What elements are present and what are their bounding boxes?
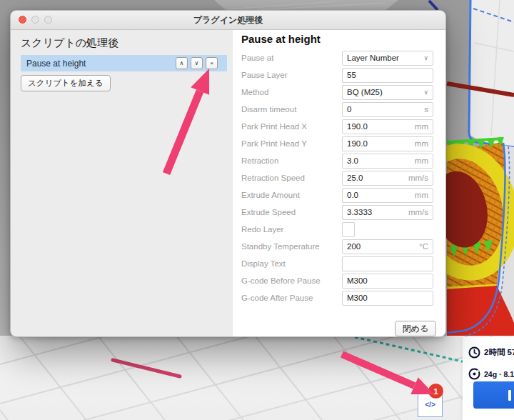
setting-input[interactable]: 3.3333 mm/s — [342, 205, 433, 220]
setting-input[interactable]: 55 — [342, 68, 433, 83]
setting-unit: mm — [415, 154, 428, 168]
close-dialog-button[interactable]: 閉める — [395, 321, 436, 336]
setting-label: Retraction — [241, 156, 342, 165]
settings-row: G-code Before Pause M300 — [241, 272, 434, 289]
setting-value: 3.0 — [347, 154, 358, 168]
setting-label: Disarm timeout — [241, 105, 342, 114]
setting-unit: mm — [415, 189, 428, 202]
close-icon: × — [210, 60, 213, 66]
settings-row: Pause Layer 55 — [241, 66, 434, 84]
settings-row: Retraction Speed 25.0 mm/s — [241, 169, 434, 186]
settings-row: Method BQ (M25) ∨ — [241, 84, 434, 101]
setting-label: Park Print Head Y — [241, 139, 342, 148]
setting-label: Standby Temperature — [241, 242, 342, 251]
add-script-button[interactable]: スクリプトを加える — [21, 75, 111, 91]
move-script-down-button[interactable]: ∨ — [191, 57, 203, 69]
setting-label: Pause Layer — [241, 71, 342, 79]
setting-value: 25.0 — [347, 171, 363, 185]
settings-row: Park Print Head Y 190.0 mm — [241, 135, 434, 152]
setting-value: 55 — [347, 69, 356, 82]
setting-unit: mm — [415, 120, 428, 134]
setting-label: G-code Before Pause — [241, 276, 342, 285]
setting-input[interactable]: 190.0 mm — [342, 136, 433, 151]
settings-row: Standby Temperature 200 °C — [241, 238, 434, 255]
post-processing-dialog: プラグイン処理後 スクリプトの処理後 Pause at height ∧ ∨ ×… — [10, 10, 446, 337]
script-list-item[interactable]: Pause at height ∧ ∨ × — [21, 55, 227, 71]
setting-input[interactable]: 0 s — [342, 102, 433, 117]
setting-label: Extrude Amount — [241, 191, 342, 199]
setting-value: M300 — [347, 291, 368, 305]
print-time: 2時間 57 — [484, 347, 514, 358]
settings-row: Extrude Speed 3.3333 mm/s — [241, 204, 434, 221]
setting-label: Method — [241, 88, 342, 96]
setting-input[interactable]: 190.0 mm — [342, 119, 433, 134]
slice-action-button[interactable] — [473, 381, 514, 409]
setting-value: BQ (M25) — [347, 86, 383, 99]
setting-select[interactable]: BQ (M25) ∨ — [342, 85, 433, 100]
scripts-heading: スクリプトの処理後 — [21, 36, 119, 50]
setting-value: 200 — [347, 240, 361, 254]
setting-label: Display Text — [241, 259, 342, 268]
setting-label: Pause at — [241, 54, 342, 62]
material-usage: 24g · 8.11 — [484, 370, 514, 379]
settings-row: Pause at Layer Number ∨ — [241, 49, 434, 66]
setting-label: Extrude Speed — [241, 208, 342, 216]
settings-row: Display Text — [241, 255, 434, 272]
screen: プラグイン処理後 スクリプトの処理後 Pause at height ∧ ∨ ×… — [0, 0, 514, 420]
setting-unit: mm/s — [408, 171, 428, 185]
chevron-down-icon: ∨ — [195, 60, 199, 66]
clock-icon — [468, 346, 480, 359]
chevron-up-icon: ∧ — [180, 60, 184, 66]
remove-script-button[interactable]: × — [206, 57, 218, 69]
setting-checkbox[interactable] — [342, 222, 355, 237]
settings-row: G-code After Pause M300 — [241, 289, 434, 306]
setting-unit: °C — [419, 240, 428, 254]
setting-value: M300 — [347, 274, 368, 288]
setting-label: Redo Layer — [241, 225, 342, 234]
settings-row: Retraction 3.0 mm — [241, 152, 434, 169]
move-script-up-button[interactable]: ∧ — [176, 57, 188, 69]
chevron-down-icon: ∨ — [423, 86, 428, 99]
setting-value: 0.0 — [347, 189, 358, 202]
far-buildplate-edge — [214, 0, 398, 10]
settings-heading: Pause at height — [241, 33, 321, 45]
print-summary-panel: 2時間 57 24g · 8.11 — [463, 337, 514, 420]
setting-value: 3.3333 — [347, 206, 372, 219]
button-glyph-fragment — [508, 390, 511, 401]
dialog-titlebar[interactable]: プラグイン処理後 — [11, 11, 445, 30]
script-count-badge: 1 — [428, 384, 443, 399]
setting-input[interactable]: M300 — [342, 274, 433, 289]
setting-input[interactable]: M300 — [342, 291, 433, 306]
setting-input[interactable]: 3.0 mm — [342, 154, 433, 169]
script-name: Pause at height — [21, 59, 176, 69]
setting-input[interactable]: 25.0 mm/s — [342, 171, 433, 186]
setting-input[interactable]: 200 °C — [342, 239, 433, 254]
chevron-down-icon: ∨ — [423, 51, 428, 65]
settings-row: Park Print Head X 190.0 mm — [241, 118, 434, 135]
settings-row: Disarm timeout 0 s — [241, 101, 434, 118]
setting-unit: mm — [415, 137, 428, 151]
settings-rows: Pause at Layer Number ∨ Pause Layer 55 M… — [241, 49, 434, 306]
dialog-title: プラグイン処理後 — [11, 11, 445, 29]
setting-input[interactable] — [342, 256, 433, 271]
settings-row: Extrude Amount 0.0 mm — [241, 186, 434, 204]
setting-value: 190.0 — [347, 120, 368, 134]
script-settings-panel: Pause at height Pause at Layer Number ∨ … — [233, 30, 445, 336]
setting-input[interactable]: 0.0 mm — [342, 188, 433, 203]
setting-label: Park Print Head X — [241, 122, 342, 131]
code-tags-icon: </> — [425, 401, 435, 409]
setting-label: Retraction Speed — [241, 174, 342, 182]
settings-row: Redo Layer — [241, 221, 434, 238]
setting-unit: mm/s — [408, 206, 428, 219]
setting-select[interactable]: Layer Number ∨ — [342, 51, 433, 66]
setting-label: G-code After Pause — [241, 294, 342, 302]
setting-unit: s — [424, 103, 428, 116]
setting-value: 190.0 — [347, 137, 368, 151]
setting-value: Layer Number — [347, 51, 399, 65]
setting-value: 0 — [347, 103, 351, 116]
spool-icon — [468, 368, 480, 380]
